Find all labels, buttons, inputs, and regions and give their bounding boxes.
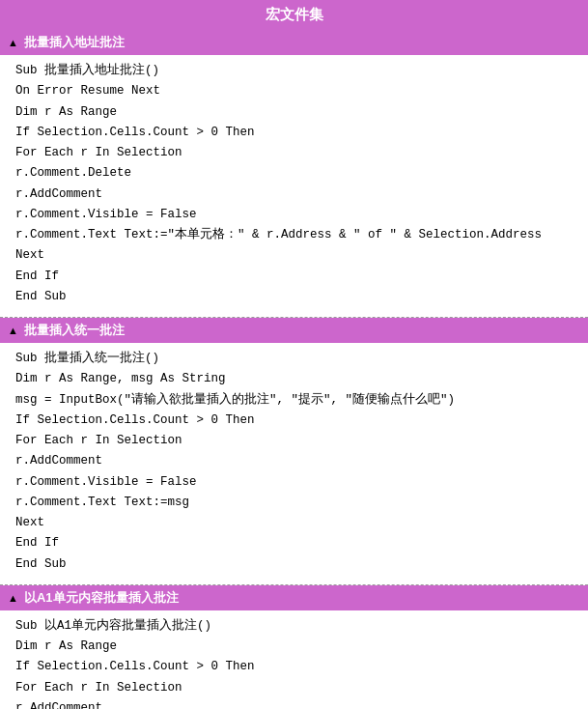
code-line: If Selection.Cells.Count > 0 Then xyxy=(15,411,573,431)
code-line: For Each r In Selection xyxy=(15,143,573,163)
code-line: Sub 批量插入地址批注() xyxy=(15,61,573,81)
code-line: End Sub xyxy=(15,554,573,575)
code-line: msg = InputBox("请输入欲批量插入的批注", "提示", "随便输… xyxy=(15,390,573,411)
section-3-header: ▲ 以A1单元内容批量插入批注 xyxy=(0,585,588,610)
code-line: For Each r In Selection xyxy=(15,431,573,451)
code-line: Sub 批量插入统一批注() xyxy=(15,349,573,369)
section-2: ▲ 批量插入统一批注 Sub 批量插入统一批注() Dim r As Range… xyxy=(0,318,588,585)
arrow-icon-2: ▲ xyxy=(8,325,18,336)
section-1: ▲ 批量插入地址批注 Sub 批量插入地址批注() On Error Resum… xyxy=(0,30,588,318)
code-line: Next xyxy=(15,245,573,266)
section-2-header: ▲ 批量插入统一批注 xyxy=(0,318,588,343)
code-line: Next xyxy=(15,513,573,533)
code-line: If Selection.Cells.Count > 0 Then xyxy=(15,657,573,677)
section-3-code: Sub 以A1单元内容批量插入批注() Dim r As Range If Se… xyxy=(0,610,588,709)
code-line: Sub 以A1单元内容批量插入批注() xyxy=(15,616,573,637)
code-line: r.Comment.Text Text:="本单元格：" & r.Address… xyxy=(15,225,573,245)
section-1-header: ▲ 批量插入地址批注 xyxy=(0,30,588,55)
code-line: r.Comment.Text Text:=msg xyxy=(15,493,573,513)
code-line: r.AddComment xyxy=(15,698,573,709)
code-line: End If xyxy=(15,267,573,287)
section-2-title: 批量插入统一批注 xyxy=(24,322,125,339)
title-text: 宏文件集 xyxy=(266,6,323,22)
code-line: On Error Resume Next xyxy=(15,81,573,101)
code-line: r.Comment.Visible = False xyxy=(15,205,573,225)
code-line: End If xyxy=(15,533,573,553)
code-line: r.AddComment xyxy=(15,184,573,205)
code-line: r.Comment.Delete xyxy=(15,163,573,184)
section-2-code: Sub 批量插入统一批注() Dim r As Range, msg As St… xyxy=(0,343,588,584)
code-line: If Selection.Cells.Count > 0 Then xyxy=(15,123,573,143)
code-line: For Each r In Selection xyxy=(15,678,573,698)
section-1-code: Sub 批量插入地址批注() On Error Resume Next Dim … xyxy=(0,55,588,317)
section-3: ▲ 以A1单元内容批量插入批注 Sub 以A1单元内容批量插入批注() Dim … xyxy=(0,585,588,709)
code-line: r.AddComment xyxy=(15,451,573,471)
arrow-icon-1: ▲ xyxy=(8,37,18,48)
title-bar: 宏文件集 xyxy=(0,0,588,30)
code-line: r.Comment.Visible = False xyxy=(15,472,573,493)
code-line: Dim r As Range, msg As String xyxy=(15,369,573,389)
code-line: Dim r As Range xyxy=(15,637,573,657)
section-1-title: 批量插入地址批注 xyxy=(24,34,125,51)
arrow-icon-3: ▲ xyxy=(8,592,18,604)
code-line: Dim r As Range xyxy=(15,102,573,123)
section-3-title: 以A1单元内容批量插入批注 xyxy=(24,589,179,607)
code-line: End Sub xyxy=(15,287,573,307)
